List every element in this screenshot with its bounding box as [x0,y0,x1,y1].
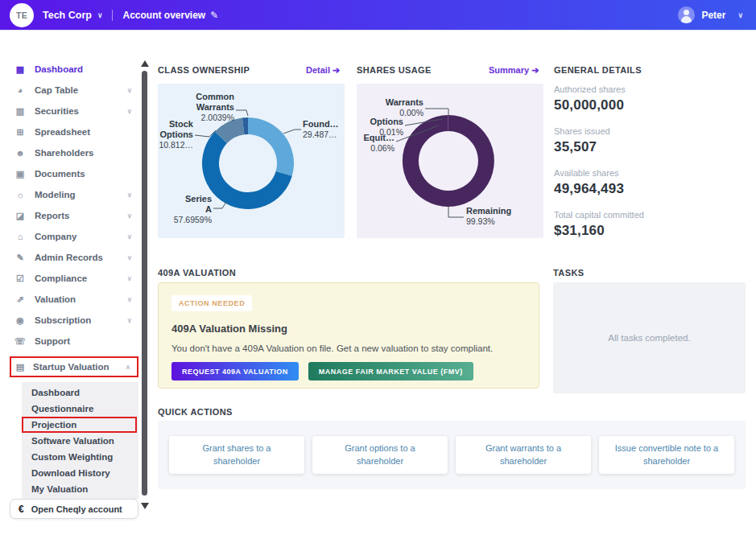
sidebar-item-label: Documents [35,169,85,179]
scrollbar-thumb[interactable] [142,71,147,496]
label-stock-options: Stock Options 10.812… [159,119,193,150]
valuation-409a-body: You don't have a 409A Valuation on file.… [171,343,493,353]
scrollbar-up-arrow[interactable] [141,60,149,67]
submenu-item-custom-weighting[interactable]: Custom Weighting [22,449,138,465]
startup-valuation-submenu: DashboardQuestionnaireProjectionSoftware… [22,382,138,500]
stat-shares-issued: Shares issued35,507 [554,126,747,155]
spreadsheet-icon: ⊞ [14,127,26,138]
stat-label: Authorized shares [554,84,747,94]
sidebar-item-dashboard[interactable]: ▦Dashboard [0,59,140,80]
stat-authorized-shares: Authorized shares50,000,000 [554,84,747,113]
shares-usage-title: SHARES USAGE [357,65,432,75]
submenu-item-dashboard[interactable]: Dashboard [22,385,138,401]
chevron-up-icon: ∧ [126,363,130,371]
quick-action-grant-warrants-to-a-shareholder[interactable]: Grant warrants to a shareholder [456,436,591,474]
class-ownership-title: CLASS OWNERSHIP [158,65,250,75]
shareholders-icon: ☻ [14,148,26,158]
valuation-409a-heading: 409A Valuation Missing [171,323,287,335]
stat-total-capital-committed: Total capital committed$31,160 [554,210,747,239]
stat-label: Shares issued [554,126,747,136]
sidebar-item-subscription[interactable]: ◉Subscription∨ [0,310,140,331]
shares-usage-summary-link[interactable]: Summary➔ [489,65,539,76]
edit-icon[interactable]: ✎ [210,10,218,21]
sidebar-item-admin-records[interactable]: ✎Admin Records∨ [0,247,140,268]
sidebar: ▦Dashboard◕Cap Table∨▥Securities∨⊞Spread… [0,31,150,543]
manage-fair-market-value-fmv-button[interactable]: MANAGE FAIR MARKET VALUE (FMV) [308,362,473,381]
submenu-item-my-valuation[interactable]: My Valuation [22,481,138,497]
request-409a-valuation-button[interactable]: REQUEST 409A VALUATION [171,362,299,381]
open-cheqly-account-button[interactable]: € Open Cheqly account [10,499,138,519]
class-ownership-chart-card: Common Warrants 2.0039% Stock Options 10… [158,84,345,238]
sidebar-item-company[interactable]: ⌂Company∨ [0,226,140,247]
submenu-item-projection[interactable]: Projection [22,417,137,433]
action-needed-badge: ACTION NEEDED [171,295,252,311]
sidebar-item-reports[interactable]: ◪Reports∨ [0,205,140,226]
sidebar-item-label: Shareholders [35,148,94,158]
shares-usage-chart-card: Warrants 0.00% Options 0.01% Equit… 0.06… [357,84,543,238]
open-cheqly-account-label: Open Cheqly account [31,504,122,514]
quick-action-grant-options-to-a-shareholder[interactable]: Grant options to a shareholder [312,436,448,474]
chevron-down-icon[interactable]: ∨ [737,11,743,19]
cap-table-icon: ◕ [14,85,26,95]
sidebar-item-securities[interactable]: ▥Securities∨ [0,101,140,121]
sidebar-item-label: Valuation [35,294,76,304]
sidebar-item-label: Support [35,336,70,346]
quick-action-grant-shares-to-a-shareholder[interactable]: Grant shares to a shareholder [169,436,304,474]
company-icon: ⌂ [14,232,26,241]
sidebar-item-label: Modeling [35,190,75,200]
arrow-right-icon: ➔ [333,65,340,75]
sidebar-item-label: Compliance [35,274,87,283]
chevron-down-icon: ∨ [127,232,132,241]
stat-value: 49,964,493 [554,181,747,197]
subscription-icon: ◉ [14,315,26,326]
sidebar-item-compliance[interactable]: ☑Compliance∨ [0,268,140,289]
label-common-warrants: Common Warrants 2.0039% [196,92,234,123]
submenu-item-software-valuation[interactable]: Software Valuation [22,433,138,449]
compliance-icon: ☑ [14,274,26,284]
label-warrants: Warrants 0.00% [386,97,423,118]
modeling-icon: ☼ [14,190,26,200]
sidebar-item-support[interactable]: ☏Support [0,331,140,352]
user-name[interactable]: Peter [701,10,725,21]
label-series-a: Series A 57.6959% [174,194,212,225]
sidebar-item-documents[interactable]: ▣Documents [0,163,140,184]
sidebar-item-spreadsheet[interactable]: ⊞Spreadsheet [0,121,140,142]
user-avatar-icon[interactable] [678,6,695,23]
sidebar-item-label: Cap Table [35,85,78,95]
reports-icon: ◪ [14,211,26,221]
arrow-right-icon: ➔ [531,65,539,75]
chevron-down-icon[interactable]: ∨ [97,11,103,19]
chevron-down-icon: ∨ [127,212,132,220]
tasks-empty-text: All tasks completed. [608,333,690,343]
dashboard-icon: ▦ [14,64,26,75]
company-name[interactable]: Tech Corp [43,10,92,21]
sidebar-nav: ▦Dashboard◕Cap Table∨▥Securities∨⊞Spread… [0,59,140,377]
main-content: CLASS OWNERSHIP Detail➔ SHARES USAGE Sum… [150,31,756,543]
chevron-down-icon: ∨ [127,295,132,303]
tasks-title: TASKS [553,268,584,278]
company-avatar[interactable]: TE [10,3,34,27]
stat-label: Available shares [554,168,747,178]
chevron-down-icon: ∨ [127,316,132,324]
sidebar-item-label: Reports [35,211,69,220]
submenu-item-questionnaire[interactable]: Questionnaire [22,401,138,417]
sidebar-item-label: Startup Valuation [33,362,109,372]
divider [112,10,113,21]
chevron-down-icon: ∨ [127,191,132,199]
label-founders: Found… 29.487… [303,119,339,140]
valuation-409a-title: 409A VALUATION [158,268,236,278]
sidebar-item-startup-valuation[interactable]: ▤Startup Valuation∧ [10,356,138,377]
sidebar-item-shareholders[interactable]: ☻Shareholders [0,142,140,163]
sidebar-item-valuation[interactable]: ⇗Valuation∨ [0,289,140,310]
sidebar-item-modeling[interactable]: ☼Modeling∨ [0,184,140,205]
submenu-item-download-history[interactable]: Download History [22,465,138,481]
quick-action-issue-convertible-note-to-a-shareholder[interactable]: Issue convertible note to a shareholder [599,436,734,474]
sidebar-item-label: Admin Records [35,253,103,262]
quick-actions-panel: Grant shares to a shareholderGrant optio… [158,421,746,489]
sidebar-item-cap-table[interactable]: ◕Cap Table∨ [0,80,140,101]
chevron-down-icon: ∨ [127,86,132,94]
stat-value: 50,000,000 [554,97,747,113]
scrollbar-down-arrow[interactable] [141,503,149,509]
class-ownership-detail-link[interactable]: Detail➔ [306,65,340,76]
sidebar-item-label: Spreadsheet [35,127,90,137]
